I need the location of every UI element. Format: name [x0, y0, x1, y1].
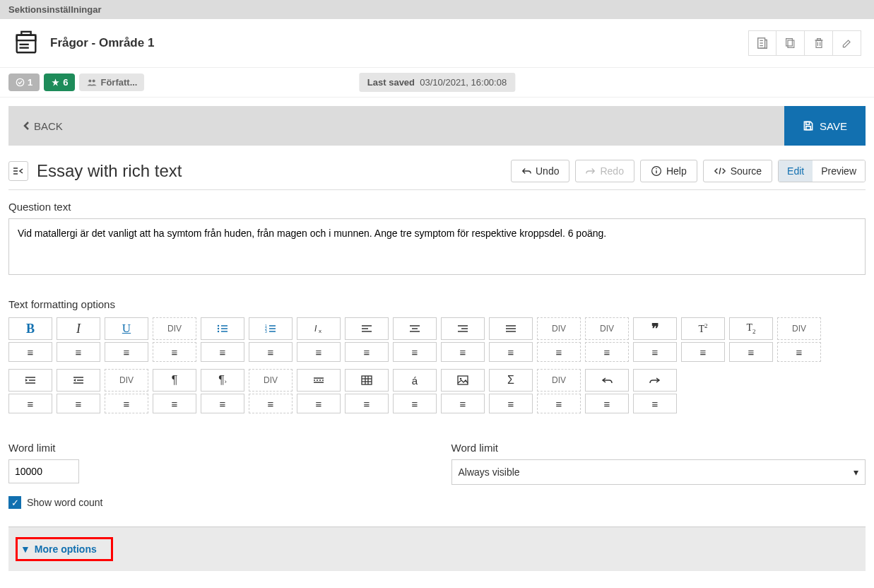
svg-text:I: I [314, 324, 317, 334]
edit-button[interactable] [833, 30, 861, 56]
subscript-button[interactable]: T2 [729, 317, 773, 340]
number-drag[interactable] [249, 342, 293, 362]
div-drag-2[interactable] [537, 342, 581, 362]
header-bar: Sektionsinställningar [0, 0, 874, 19]
div-drag-1[interactable] [153, 342, 196, 362]
sigma-drag[interactable] [489, 394, 533, 413]
align-center-button[interactable] [393, 317, 437, 340]
clear-drag[interactable] [297, 342, 341, 362]
back-save-bar: BACK SAVE [8, 106, 866, 146]
table-button[interactable] [345, 369, 389, 392]
redo-format-button[interactable] [633, 369, 677, 392]
rtl-button[interactable]: ¶› [201, 369, 244, 392]
bold-drag[interactable] [8, 342, 52, 362]
div-button-4[interactable]: DIV [777, 317, 821, 340]
save-icon [803, 120, 814, 131]
bullet-list-button[interactable] [201, 317, 244, 340]
title-actions [748, 30, 861, 56]
align-right-button[interactable] [441, 317, 485, 340]
justify-drag[interactable] [489, 342, 533, 362]
pagebreak-button[interactable] [297, 369, 341, 392]
div-drag-7[interactable] [537, 394, 581, 413]
div-button-6[interactable]: DIV [249, 369, 293, 392]
super-drag[interactable] [681, 342, 725, 362]
star-badge[interactable]: 6 [44, 74, 75, 91]
accent-drag[interactable] [393, 394, 437, 413]
svg-rect-4 [21, 32, 30, 35]
word-limit-select[interactable]: Always visible ▾ [451, 459, 866, 485]
svg-point-69 [460, 378, 462, 380]
delete-button[interactable] [805, 30, 833, 56]
sigma-button[interactable]: Σ [489, 369, 533, 392]
number-list-button[interactable]: 123 [249, 317, 293, 340]
author-badge[interactable]: Författ... [79, 74, 144, 91]
source-button[interactable]: Source [703, 160, 772, 182]
accent-button[interactable]: á [393, 369, 437, 392]
format-options-label: Text formatting options [8, 298, 866, 310]
image-drag[interactable] [441, 394, 485, 413]
div-button-1[interactable]: DIV [153, 317, 196, 340]
history-button[interactable] [748, 30, 776, 56]
collapse-button[interactable] [8, 161, 28, 181]
table-drag[interactable] [345, 394, 389, 413]
indent-button[interactable] [8, 369, 52, 392]
edit-tab[interactable]: Edit [779, 160, 813, 182]
superscript-button[interactable]: T2 [681, 317, 725, 340]
svg-point-26 [656, 168, 657, 170]
editor-header: Essay with rich text Undo Redo Help Sour… [8, 149, 866, 190]
italic-button[interactable]: I [57, 317, 100, 340]
outdent-button[interactable] [57, 369, 100, 392]
svg-rect-20 [806, 122, 810, 124]
div-button-3[interactable]: DIV [585, 317, 629, 340]
image-button[interactable] [441, 369, 485, 392]
question-text-input[interactable] [8, 218, 866, 275]
quote-button[interactable]: ❞ [633, 317, 677, 340]
word-limit-input[interactable] [8, 459, 79, 483]
div-button-2[interactable]: DIV [537, 317, 581, 340]
undo2-drag[interactable] [585, 394, 629, 413]
div-drag-3[interactable] [585, 342, 629, 362]
svg-point-17 [16, 78, 23, 86]
undo-button[interactable]: Undo [511, 160, 569, 182]
bold-button[interactable]: B [8, 317, 52, 340]
back-button[interactable]: BACK [8, 106, 77, 146]
show-word-count-checkbox[interactable]: ✓ [8, 496, 21, 509]
div-button-5[interactable]: DIV [105, 369, 148, 392]
clear-format-button[interactable]: Ix [297, 317, 341, 340]
check-badge[interactable]: 1 [8, 74, 40, 91]
ltr-drag[interactable] [153, 394, 196, 413]
word-limit-label-1: Word limit [8, 442, 423, 454]
div-drag-6[interactable] [249, 394, 293, 413]
italic-drag[interactable] [57, 342, 100, 362]
align-left-button[interactable] [345, 317, 389, 340]
underline-button[interactable]: U [105, 317, 148, 340]
page-drag[interactable] [297, 394, 341, 413]
align-right-drag[interactable] [441, 342, 485, 362]
svg-point-19 [93, 80, 95, 83]
indent-drag[interactable] [8, 394, 52, 413]
redo2-drag[interactable] [633, 394, 677, 413]
editor-title: Essay with rich text [37, 161, 182, 181]
question-text-label: Question text [8, 201, 866, 213]
outdent-drag[interactable] [57, 394, 100, 413]
save-button[interactable]: SAVE [784, 106, 866, 146]
align-center-drag[interactable] [393, 342, 437, 362]
quote-drag[interactable] [633, 342, 677, 362]
undo-format-button[interactable] [585, 369, 629, 392]
align-justify-button[interactable] [489, 317, 533, 340]
show-word-count-row[interactable]: ✓ Show word count [8, 496, 423, 509]
preview-tab[interactable]: Preview [813, 160, 865, 182]
rtl-drag[interactable] [201, 394, 244, 413]
sub-drag[interactable] [729, 342, 773, 362]
copy-button[interactable] [776, 30, 805, 56]
ltr-button[interactable]: ¶ [153, 369, 196, 392]
more-options-toggle[interactable]: ▼ More options [16, 537, 113, 561]
div-drag-4[interactable] [777, 342, 821, 362]
div-button-7[interactable]: DIV [537, 369, 581, 392]
edit-preview-toggle: Edit Preview [778, 160, 866, 182]
bullet-drag[interactable] [201, 342, 244, 362]
div-drag-5[interactable] [105, 394, 148, 413]
align-left-drag[interactable] [345, 342, 389, 362]
underline-drag[interactable] [105, 342, 148, 362]
help-button[interactable]: Help [640, 160, 697, 182]
